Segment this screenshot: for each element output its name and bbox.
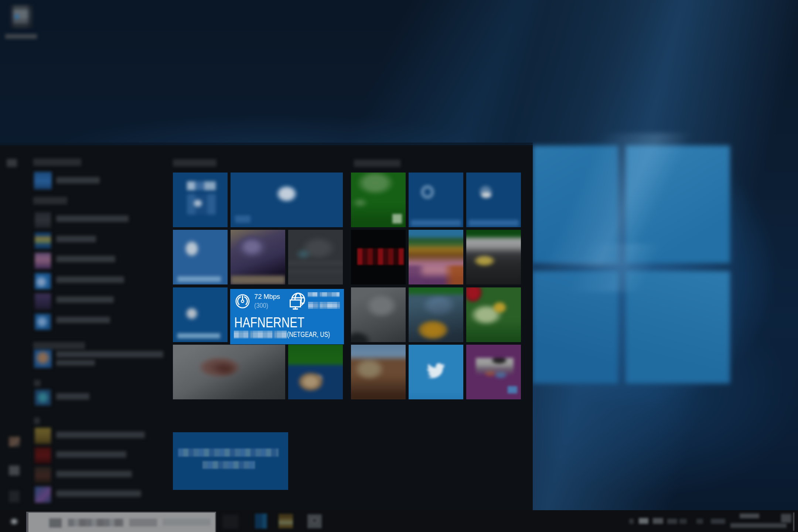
svg-text:HAFNERNET: HAFNERNET (234, 315, 304, 330)
svg-text:72 Mbps: 72 Mbps (254, 293, 280, 300)
svg-text:(NETGEAR, US): (NETGEAR, US) (287, 330, 330, 338)
svg-text:(300): (300) (254, 302, 268, 309)
